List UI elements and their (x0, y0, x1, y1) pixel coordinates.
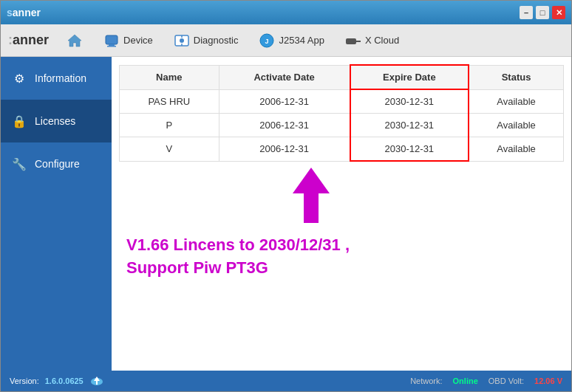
svg-point-5 (180, 38, 184, 43)
obd-label: OBD Volt: (488, 376, 524, 385)
version-value: 1.6.0.0625 (45, 376, 84, 385)
gear-icon: ⚙ (11, 70, 27, 86)
version-label: Version: (10, 376, 39, 385)
svg-marker-12 (293, 168, 330, 223)
cell-expire-1: 2030-12-31 (350, 114, 469, 137)
status-bar: Version: 1.6.0.0625 Network: Online OBD … (1, 371, 571, 391)
nav-item-device[interactable]: Device (95, 28, 162, 53)
sidebar-item-information[interactable]: ⚙ Information (1, 57, 112, 100)
licenses-table: Name Activate Date Expire Date Status PA… (119, 64, 564, 162)
nav-device-label: Device (123, 35, 153, 46)
annotation-text: V1.66 Lincens to 2030/12/31 , Support Pi… (119, 234, 564, 280)
device-icon (103, 32, 120, 49)
sidebar: ⚙ Information 🔒 Licenses 🔧 Configure (1, 57, 112, 371)
col-header-activate: Activate Date (219, 65, 350, 89)
table-row: PAS HRU 2006-12-31 2030-12-31 Available (120, 89, 564, 114)
close-button[interactable]: ✕ (552, 6, 565, 19)
up-arrow-icon (289, 168, 333, 227)
title-bar: sanner – □ ✕ (1, 1, 571, 24)
col-header-expire: Expire Date (350, 65, 469, 89)
j2534-icon: J (259, 32, 275, 49)
nav-item-diagnostic[interactable]: Diagnostic (165, 28, 248, 53)
sidebar-item-licenses[interactable]: 🔒 Licenses (1, 100, 112, 142)
cloud-upload-icon[interactable] (89, 376, 104, 386)
obd-value: 12.06 V (534, 376, 562, 385)
sidebar-item-configure[interactable]: 🔧 Configure (1, 142, 112, 185)
nav-item-home[interactable] (58, 28, 92, 53)
nav-diagnostic-label: Diagnostic (194, 35, 239, 46)
nav-bar: :anner Device (1, 24, 571, 57)
sidebar-configure-label: Configure (35, 158, 80, 170)
sidebar-licenses-label: Licenses (35, 115, 75, 127)
cell-name-0: PAS HRU (120, 89, 219, 114)
cell-name-1: P (120, 114, 219, 137)
cell-activate-1: 2006-12-31 (219, 114, 350, 137)
lock-icon: 🔒 (11, 113, 27, 129)
svg-rect-1 (106, 35, 118, 44)
svg-rect-3 (107, 46, 116, 47)
main-layout: ⚙ Information 🔒 Licenses 🔧 Configure Nam… (1, 57, 571, 371)
table-row: V 2006-12-31 2030-12-31 Available (120, 137, 564, 162)
status-left: Version: 1.6.0.0625 (10, 376, 104, 386)
cell-expire-0: 2030-12-31 (350, 89, 469, 114)
annotation-line2: Support Piw PT3G (126, 257, 564, 280)
network-value: Online (453, 376, 478, 385)
col-header-status: Status (469, 65, 563, 89)
svg-text:J: J (265, 38, 269, 45)
cell-status-2: Available (469, 137, 563, 162)
nav-item-xcloud[interactable]: X Cloud (336, 28, 408, 53)
nav-item-j2534[interactable]: J J2534 App (250, 28, 333, 53)
status-right: Network: Online OBD Volt: 12.06 V (410, 376, 562, 385)
title-bar-left: sanner (7, 7, 41, 18)
cell-status-0: Available (469, 89, 563, 114)
main-window: sanner – □ ✕ :anner (0, 0, 572, 392)
col-header-name: Name (120, 65, 219, 89)
table-row: P 2006-12-31 2030-12-31 Available (120, 114, 564, 137)
cell-activate-0: 2006-12-31 (219, 89, 350, 114)
xcloud-icon (345, 32, 361, 49)
cell-name-2: V (120, 137, 219, 162)
nav-j2534-label: J2534 App (279, 35, 324, 46)
cell-activate-2: 2006-12-31 (219, 137, 350, 162)
cell-expire-2: 2030-12-31 (350, 137, 469, 162)
nav-logo: :anner (8, 32, 49, 48)
annotation-line1: V1.66 Lincens to 2030/12/31 , (126, 234, 564, 257)
sidebar-information-label: Information (35, 72, 86, 84)
diagnostic-icon (174, 32, 190, 49)
wrench-icon: 🔧 (11, 156, 27, 172)
content-area: Name Activate Date Expire Date Status PA… (112, 57, 571, 371)
home-icon (67, 32, 83, 49)
app-title: sanner (7, 7, 41, 18)
svg-rect-2 (109, 44, 115, 46)
arrow-annotation (289, 168, 564, 227)
maximize-button[interactable]: □ (536, 6, 549, 19)
network-label: Network: (410, 376, 442, 385)
title-bar-controls: – □ ✕ (520, 6, 565, 19)
svg-marker-0 (68, 35, 81, 47)
minimize-button[interactable]: – (520, 6, 533, 19)
nav-xcloud-label: X Cloud (365, 35, 399, 46)
cell-status-1: Available (469, 114, 563, 137)
